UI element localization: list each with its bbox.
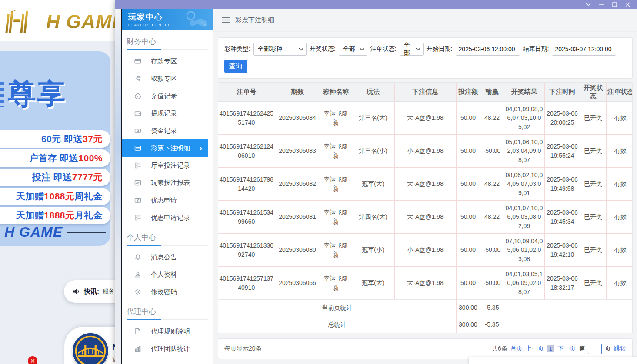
next-page-link[interactable]: 下一页 xyxy=(557,345,576,353)
start-date-label: 开始日期: xyxy=(427,45,453,53)
order-status-select[interactable]: 全部 xyxy=(400,43,424,56)
draw-status-select[interactable]: 全部 xyxy=(339,43,367,56)
start-date-input[interactable] xyxy=(456,43,520,56)
breadcrumb: 彩票下注明细 xyxy=(213,9,637,32)
summary-bet-total: 300.00 xyxy=(456,316,480,333)
promo-banner-text: 37元 xyxy=(83,133,103,145)
table-row: 40156917412617981442020250306082幸运飞艇新冠军(… xyxy=(218,168,633,201)
sidebar: 玩家中心 PLAYERS CENTER 财务中心存款专区取款专区充值记录提现记录… xyxy=(122,9,213,364)
sidebar-item-优惠申请[interactable]: 优惠申请 xyxy=(122,192,213,209)
sidebar-item-个人资料[interactable]: 个人资料 xyxy=(122,266,213,283)
end-date-label: 结束日期: xyxy=(523,45,549,53)
chevron-right-icon: › xyxy=(200,144,202,153)
table-cell: 401569174126153499660 xyxy=(218,201,275,234)
table-cell: 2025-03-06 19:55:24 xyxy=(544,135,580,168)
table-cell: 05,01,06,10,02,03,04,09,08,07 xyxy=(504,135,544,168)
jump-page-input[interactable] xyxy=(588,344,602,354)
table-cell: 50.00 xyxy=(456,135,480,168)
sidebar-item-存款专区[interactable]: 存款专区 xyxy=(122,53,213,70)
sidebar-item-消息公告[interactable]: 消息公告 xyxy=(122,248,213,266)
table-cell: 已开奖 xyxy=(580,201,606,234)
window-titlebar xyxy=(115,0,637,9)
table-cell: -50.00 xyxy=(480,267,504,300)
sidebar-menu: 财务中心存款专区取款专区充值记录提现记录资金记录彩票下注明细›厅室投注记录玩家投… xyxy=(122,30,213,357)
chevron-down-icon xyxy=(586,3,591,6)
page-size-text: 每页显示20条 xyxy=(224,345,262,353)
withdraw-hand-icon xyxy=(134,75,141,82)
end-date-input[interactable] xyxy=(552,43,616,56)
table-cell: 已开奖 xyxy=(580,267,606,300)
deposit-card-icon xyxy=(134,58,141,65)
column-header: 注单号 xyxy=(218,83,275,102)
table-cell: 已开奖 xyxy=(580,135,606,168)
hamburger-icon[interactable] xyxy=(222,17,230,23)
first-page-link[interactable]: 首页 xyxy=(510,345,523,353)
column-header: 玩法 xyxy=(352,83,394,102)
column-header: 开奖结果 xyxy=(504,83,544,102)
maximize-icon xyxy=(612,2,617,7)
sidebar-item-取款专区[interactable]: 取款专区 xyxy=(122,70,213,87)
table-cell: 大-A盘@1.98 xyxy=(394,201,456,234)
table-cell: 401569174125713740910 xyxy=(218,267,275,300)
close-icon xyxy=(625,2,630,7)
sidebar-section-underline xyxy=(127,245,208,246)
team-card: N 官 xyxy=(64,327,116,364)
sidebar-item-充值记录[interactable]: 充值记录 xyxy=(122,87,213,105)
sidebar-item-代理规则说明[interactable]: 代理规则说明 xyxy=(122,323,213,340)
summary-label: 当前页统计 xyxy=(218,300,456,316)
promo-headline-fragment xyxy=(0,82,4,107)
window-left-strip xyxy=(115,9,121,364)
sidebar-item-label: 资金记录 xyxy=(151,127,177,135)
promo-banner-text: 1088元 xyxy=(44,190,74,202)
background-topbar: H GAME xyxy=(0,0,116,41)
lottery-type-select[interactable]: 全部彩种 xyxy=(253,43,307,56)
sidebar-item-厅室投注记录[interactable]: 厅室投注记录 xyxy=(122,157,213,174)
table-cell: 已开奖 xyxy=(580,234,606,267)
gear-icon xyxy=(134,288,141,295)
ticker-text: 服务。 xyxy=(103,288,116,295)
close-button[interactable] xyxy=(624,1,631,7)
floating-close-button[interactable]: ✕ xyxy=(28,356,37,364)
jump-suffix: 页 xyxy=(605,345,611,353)
table-cell: 401569174126242551740 xyxy=(218,102,275,135)
sidebar-item-代理团队统计[interactable]: 代理团队统计 xyxy=(122,340,213,357)
brand-text: H GAME xyxy=(46,11,116,33)
news-ticker: 快讯: 服务。 xyxy=(64,280,116,303)
query-button[interactable]: 查询 xyxy=(224,60,247,73)
sidebar-item-label: 优惠申请记录 xyxy=(151,214,190,222)
table-cell: 2025-03-06 19:49:58 xyxy=(544,168,580,201)
sidebar-item-label: 个人资料 xyxy=(151,271,177,279)
promo-banner: 户首存 即送100% xyxy=(0,149,110,167)
current-page-indicator: 1 xyxy=(547,345,554,352)
sidebar-item-优惠申请记录[interactable]: 优惠申请记录 xyxy=(122,209,213,226)
order-status-label: 注单状态: xyxy=(370,45,397,53)
promo-banner-text: 7777元 xyxy=(72,171,103,183)
players-center-window: 玩家中心 PLAYERS CENTER 财务中心存款专区取款专区充值记录提现记录… xyxy=(115,0,637,364)
user-icon xyxy=(134,271,141,278)
prev-page-link[interactable]: 上一页 xyxy=(526,345,544,353)
table-cell: 50.00 xyxy=(456,102,480,135)
table-cell: 幸运飞艇新 xyxy=(320,102,352,135)
collapse-button[interactable] xyxy=(585,1,592,7)
table-cell: 401569174126212406010 xyxy=(218,135,275,168)
pagination-bar: 每页显示20条 共6条 首页 上一页 1 下一页 第 页 跳转 xyxy=(218,338,633,359)
jump-button[interactable]: 跳转 xyxy=(614,345,626,353)
sidebar-item-彩票下注明细[interactable]: 彩票下注明细› xyxy=(122,139,208,157)
table-cell: -50.00 xyxy=(480,234,504,267)
table-cell: -50.00 xyxy=(480,135,504,168)
maximize-button[interactable] xyxy=(611,1,618,7)
table-cell: 幸运飞艇新 xyxy=(320,168,352,201)
sidebar-item-label: 充值记录 xyxy=(151,92,177,100)
table-cell: 2025-03-06 18:32:17 xyxy=(544,267,580,300)
ticker-label: 快讯: xyxy=(84,288,99,296)
sidebar-item-label: 提现记录 xyxy=(151,109,177,118)
table-cell: 幸运飞艇新 xyxy=(320,267,352,300)
sidebar-item-资金记录[interactable]: 资金记录 xyxy=(122,122,213,139)
table-cell: 已开奖 xyxy=(580,168,606,201)
sidebar-section-title: 代理中心 xyxy=(122,301,213,319)
sidebar-item-玩家投注报表[interactable]: 玩家投注报表 xyxy=(122,174,213,192)
sidebar-item-提现记录[interactable]: 提现记录 xyxy=(122,105,213,122)
minimize-button[interactable] xyxy=(598,1,605,7)
sidebar-item-修改密码[interactable]: 修改密码 xyxy=(122,283,213,301)
table-cell: 04,01,03,05,10,06,09,02,08,07 xyxy=(504,267,544,300)
